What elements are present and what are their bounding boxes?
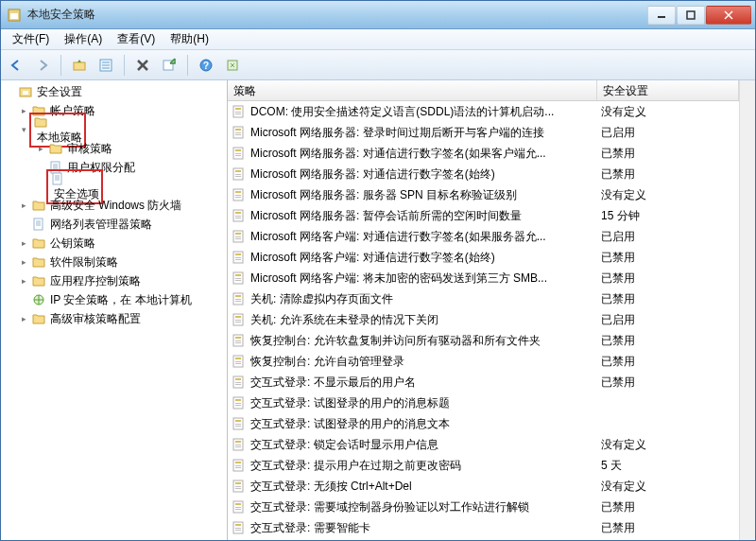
svg-rect-75 [235, 322, 241, 323]
expander-icon[interactable] [18, 294, 29, 305]
app-window: 本地安全策略 文件(F) 操作(A) 查看(V) 帮助(H) [0, 0, 756, 541]
tree-item[interactable]: ▸应用程序控制策略 [1, 271, 227, 290]
svg-rect-46 [235, 174, 241, 175]
tree-item[interactable]: ▾本地策略 [1, 120, 227, 139]
policy-row[interactable]: DCOM: 使用安全描述符定义语言(SDDL)语法的计算机启动...没有定义 [228, 101, 739, 122]
policy-row[interactable]: 交互式登录: 需要域控制器身份验证以对工作站进行解锁已禁用 [228, 497, 739, 517]
expander-icon[interactable] [5, 86, 16, 97]
expander-icon[interactable] [18, 218, 29, 230]
policy-row[interactable]: 交互式登录: 无须按 Ctrl+Alt+Del没有定义 [228, 476, 739, 497]
svg-rect-55 [235, 218, 241, 218]
policy-row[interactable]: 交互式登录: 提示用户在过期之前更改密码5 天 [228, 455, 739, 476]
svg-rect-94 [235, 424, 241, 425]
tree-root[interactable]: 安全设置 [1, 82, 227, 101]
tree-pane[interactable]: 安全设置 ▸帐户策略▾本地策略▸审核策略用户权限分配安全选项▸高级安全 Wind… [1, 80, 228, 540]
tree-item[interactable]: ▸软件限制策略 [1, 253, 227, 271]
export-button[interactable] [158, 54, 180, 77]
policy-row[interactable]: 恢复控制台: 允许软盘复制并访问所有驱动器和所有文件夹已禁用 [228, 330, 739, 351]
policy-setting: 已禁用 [597, 146, 739, 162]
svg-rect-103 [235, 467, 241, 468]
svg-rect-90 [235, 403, 241, 404]
policy-row[interactable]: 交互式登录: 不显示最后的用户名已禁用 [228, 372, 739, 393]
vertical-scrollbar[interactable] [739, 80, 755, 540]
policy-row[interactable]: Microsoft 网络服务器: 对通信进行数字签名(始终)已禁用 [228, 164, 739, 184]
policy-doc-icon [50, 171, 99, 186]
expander-icon[interactable]: ▸ [18, 313, 29, 324]
policy-row[interactable]: 关机: 清除虚拟内存页面文件已禁用 [228, 288, 739, 309]
policy-setting: 已禁用 [597, 250, 739, 266]
back-button[interactable] [5, 54, 27, 77]
expander-icon[interactable] [35, 162, 46, 173]
policy-setting: 已禁用 [597, 270, 739, 287]
expander-icon[interactable]: ▸ [18, 200, 29, 211]
expander-icon[interactable]: ▸ [35, 143, 46, 154]
close-button[interactable] [706, 6, 751, 25]
delete-button[interactable] [131, 54, 154, 77]
policy-setting: 已禁用 [597, 291, 739, 307]
policy-row[interactable]: 交互式登录: 试图登录的用户的消息文本 [228, 413, 739, 434]
policy-row[interactable]: Microsoft 网络服务器: 对通信进行数字签名(如果客户端允...已禁用 [228, 143, 739, 164]
expander-icon[interactable] [35, 181, 46, 192]
svg-rect-69 [235, 295, 241, 297]
expander-icon[interactable]: ▸ [18, 256, 29, 268]
policy-row[interactable]: 交互式登录: 锁定会话时显示用户信息没有定义 [228, 434, 739, 455]
svg-rect-110 [235, 507, 241, 508]
titlebar: 本地安全策略 [1, 1, 755, 29]
policy-row[interactable]: Microsoft 网络服务器: 服务器 SPN 目标名称验证级别没有定义 [228, 184, 739, 205]
policy-row[interactable]: Microsoft 网络服务器: 登录时间过期后断开与客户端的连接已启用 [228, 122, 739, 143]
svg-rect-6 [74, 62, 85, 70]
svg-rect-71 [235, 301, 241, 302]
tree-item[interactable]: ▸高级审核策略配置 [1, 309, 227, 328]
policy-item-icon [232, 208, 247, 223]
menu-file[interactable]: 文件(F) [5, 29, 57, 49]
svg-rect-23 [53, 173, 61, 184]
properties-button[interactable] [94, 54, 117, 77]
policy-row[interactable]: 交互式登录: 需要智能卡已禁用 [228, 517, 739, 538]
svg-rect-83 [235, 363, 241, 364]
column-setting[interactable]: 安全设置 [597, 80, 739, 100]
maximize-button[interactable] [677, 6, 705, 25]
ip-policy-icon [31, 292, 46, 307]
expander-icon[interactable]: ▾ [18, 124, 29, 135]
svg-rect-18 [23, 91, 28, 95]
tree-item[interactable]: 网络列表管理器策略 [1, 215, 227, 234]
folder-icon [31, 254, 46, 270]
menu-help[interactable]: 帮助(H) [163, 29, 216, 49]
expander-icon[interactable]: ▸ [18, 105, 29, 116]
minimize-button[interactable] [647, 6, 676, 25]
tree-item[interactable]: 安全选项 [1, 177, 227, 196]
policy-row[interactable]: Microsoft 网络客户端: 对通信进行数字签名(始终)已禁用 [228, 247, 739, 268]
policy-row[interactable]: Microsoft 网络客户端: 对通信进行数字签名(如果服务器允...已启用 [228, 226, 739, 247]
tree-item[interactable]: ▸高级安全 Windows 防火墙 [1, 196, 227, 215]
svg-rect-79 [235, 342, 241, 343]
expander-icon[interactable]: ▸ [18, 237, 29, 249]
expander-icon[interactable]: ▸ [18, 275, 29, 287]
tree-item[interactable]: 用户权限分配 [1, 158, 227, 177]
menubar: 文件(F) 操作(A) 查看(V) 帮助(H) [1, 29, 755, 50]
menu-action[interactable]: 操作(A) [57, 29, 110, 49]
policy-row[interactable]: 恢复控制台: 允许自动管理登录已禁用 [228, 351, 739, 372]
policy-item-icon [232, 125, 247, 140]
tree-item[interactable]: ▸公钥策略 [1, 234, 227, 253]
list-body[interactable]: DCOM: 使用安全描述符定义语言(SDDL)语法的计算机启动...没有定义Mi… [228, 101, 739, 540]
toolbar-separator [60, 55, 61, 76]
svg-rect-42 [235, 153, 241, 154]
policy-item-icon [232, 437, 247, 452]
policy-row[interactable]: 交互式登录: 试图登录的用户的消息标题 [228, 393, 739, 413]
up-button[interactable] [68, 54, 91, 77]
menu-view[interactable]: 查看(V) [110, 29, 163, 49]
policy-row[interactable]: Microsoft 网络服务器: 暂停会话前所需的空闲时间数量15 分钟 [228, 205, 739, 226]
column-policy[interactable]: 策略 [228, 80, 597, 100]
tree-item[interactable]: IP 安全策略，在 本地计算机 [1, 290, 227, 309]
svg-rect-73 [235, 316, 241, 318]
policy-setting: 已禁用 [597, 499, 739, 515]
svg-rect-59 [235, 238, 241, 239]
refresh-button[interactable] [221, 54, 244, 77]
policy-name: 交互式登录: 无须按 Ctrl+Alt+Del [250, 479, 597, 495]
svg-rect-113 [235, 524, 241, 526]
policy-setting: 已启用 [597, 125, 739, 141]
policy-row[interactable]: Microsoft 网络客户端: 将未加密的密码发送到第三方 SMB...已禁用 [228, 268, 739, 288]
policy-row[interactable]: 关机: 允许系统在未登录的情况下关闭已启用 [228, 309, 739, 330]
forward-button[interactable] [31, 54, 54, 77]
help-button[interactable]: ? [195, 54, 217, 77]
